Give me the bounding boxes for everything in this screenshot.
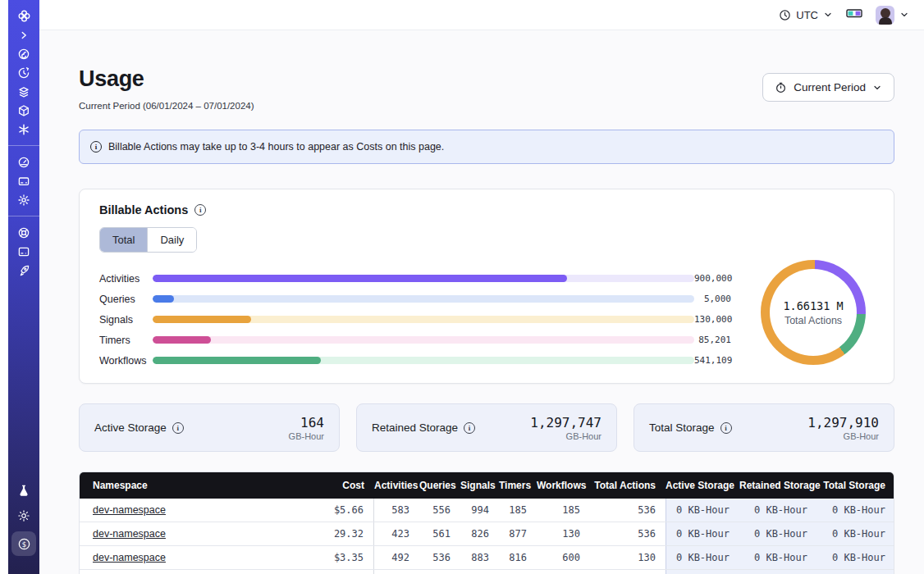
storage-value: 1,297,747 — [530, 415, 602, 430]
signals-cell: 826 — [460, 528, 499, 540]
chevron-down-icon — [823, 10, 833, 20]
storage-card-label: Active Storage i — [94, 421, 184, 434]
feedback-glasses-icon[interactable] — [846, 7, 862, 23]
sidebar-divider — [8, 216, 39, 216]
col-timers: Timers — [499, 480, 537, 491]
tab-daily[interactable]: Daily — [147, 228, 196, 252]
retained-storage-card: Retained Storage i 1,297,747 GB-Hour — [356, 403, 617, 452]
active-storage-cell: 0 KB-Hour — [666, 522, 739, 545]
donut-center: 1.66131 M Total Actions — [761, 260, 866, 365]
topbar: UTC — [39, 0, 924, 30]
active-storage-cell: 0 KB-Hour — [666, 499, 739, 522]
workflows-cell: 130 — [537, 528, 590, 540]
storage-card-label: Total Storage i — [649, 421, 732, 434]
bar-row-signals: Signals 130,000 — [99, 309, 731, 330]
billable-actions-card: Billable Actions i Total Daily Activitie… — [79, 189, 894, 384]
namespace-link[interactable]: dev-namespace — [93, 552, 166, 563]
bar-fill — [153, 316, 251, 323]
signals-cell: 883 — [460, 552, 499, 563]
active-storage-cell: 0 KB-Hour — [666, 546, 739, 569]
bar-track — [153, 295, 694, 303]
billable-actions-tabs: Total Daily — [99, 227, 197, 253]
timezone-label: UTC — [796, 9, 818, 21]
workflows-cell: 600 — [537, 552, 590, 563]
info-icon[interactable]: i — [194, 204, 206, 216]
queries-cell: 556 — [419, 504, 460, 516]
total-storage-card: Total Storage i 1,297,910 GB-Hour — [634, 403, 894, 452]
usage-gauge-icon[interactable] — [11, 153, 36, 171]
current-period-dropdown[interactable]: Current Period — [762, 73, 894, 102]
settings-gear-icon[interactable] — [11, 190, 36, 209]
namespace-link[interactable]: dev-namespace — [93, 504, 166, 516]
timezone-selector[interactable]: UTC — [779, 9, 833, 21]
table-body: dev-namespace $5.66 583 556 994 185 185 … — [80, 499, 894, 574]
schedules-clock-icon[interactable] — [11, 63, 36, 82]
total-actions-cell: 536 — [590, 504, 666, 516]
support-lifering-icon[interactable] — [11, 223, 36, 242]
storage-label-text: Retained Storage — [372, 421, 458, 434]
col-active-storage: Active Storage — [666, 480, 739, 491]
info-banner-text: Billable Actions may take up to 3-4 hour… — [108, 141, 444, 153]
cli-terminal-icon[interactable] — [11, 242, 36, 261]
bar-row-timers: Timers 85,201 — [99, 330, 731, 350]
nexus-asterisk-icon[interactable] — [11, 120, 36, 139]
theme-sun-icon[interactable] — [11, 506, 36, 525]
bar-row-workflows: Workflows 541,109 — [99, 350, 731, 371]
getting-started-rocket-icon[interactable] — [11, 261, 36, 280]
billable-actions-title-text: Billable Actions — [99, 203, 188, 216]
temporal-logo-icon[interactable] — [11, 7, 36, 25]
cost-cell: $3.35 — [295, 546, 374, 569]
col-workflows: Workflows — [537, 480, 590, 491]
storage-card-value-block: 164 GB-Hour — [289, 415, 324, 441]
total-storage-cell: 0 KB-Hour — [817, 499, 894, 522]
stacks-layers-icon[interactable] — [11, 82, 36, 101]
usage-dollar-icon[interactable]: $ — [11, 531, 36, 556]
col-activities: Activities — [374, 480, 419, 491]
active-storage-card: Active Storage i 164 GB-Hour — [79, 403, 340, 452]
namespaces-icon[interactable] — [11, 44, 36, 63]
bar-track — [153, 316, 694, 323]
bar-row-activities: Activities 900,000 — [99, 268, 731, 289]
total-actions-cell: 130 — [590, 552, 666, 563]
deployments-cube-icon[interactable] — [11, 101, 36, 120]
tab-total[interactable]: Total — [100, 228, 147, 252]
bar-fill — [153, 275, 567, 282]
bar-value: 900,000 — [694, 273, 732, 284]
activities-cell: 492 — [374, 552, 419, 563]
namespace-link[interactable]: dev-namespace — [93, 528, 166, 540]
col-queries: Queries — [419, 480, 460, 491]
bar-label: Activities — [99, 273, 153, 285]
timers-cell: 816 — [499, 552, 537, 563]
info-icon[interactable]: i — [464, 422, 475, 434]
period-button-label: Current Period — [794, 81, 866, 93]
expand-sidebar-chevron-icon[interactable] — [11, 25, 36, 44]
bar-value: 130,000 — [694, 314, 732, 325]
user-menu[interactable] — [876, 6, 909, 25]
bar-value: 541,109 — [694, 355, 732, 366]
total-storage-cell: 0 KB-Hour — [817, 546, 894, 569]
cost-cell: $5.66 — [295, 499, 374, 522]
labs-flask-icon[interactable] — [11, 481, 36, 499]
donut-total-value: 1.66131 M — [783, 299, 843, 312]
info-icon[interactable]: i — [720, 422, 732, 434]
billing-card-icon[interactable] — [11, 171, 36, 190]
storage-value: 164 — [289, 415, 324, 430]
storage-card-value-block: 1,297,910 GB-Hour — [807, 415, 879, 441]
page-subtitle: Current Period (06/01/2024 – 07/01/2024) — [79, 101, 254, 111]
billable-actions-bar-chart: Activities 900,000 Queries 5,000 Signals… — [99, 268, 731, 371]
col-total-actions: Total Actions — [590, 480, 666, 491]
storage-unit: GB-Hour — [807, 431, 879, 441]
table-row-partial — [80, 570, 894, 574]
info-banner: i Billable Actions may take up to 3-4 ho… — [79, 130, 894, 164]
bar-value: 5,000 — [704, 294, 731, 304]
stopwatch-icon — [775, 81, 787, 93]
bar-label: Queries — [99, 294, 153, 305]
total-storage-cell: 0 KB-Hour — [817, 522, 894, 545]
bar-track — [153, 357, 694, 364]
total-actions-cell: 536 — [590, 528, 666, 540]
info-icon[interactable]: i — [172, 422, 184, 434]
col-namespace: Namespace — [80, 480, 295, 491]
chevron-down-icon — [872, 83, 882, 93]
queries-cell: 536 — [419, 552, 460, 563]
activities-cell: 423 — [374, 528, 419, 540]
